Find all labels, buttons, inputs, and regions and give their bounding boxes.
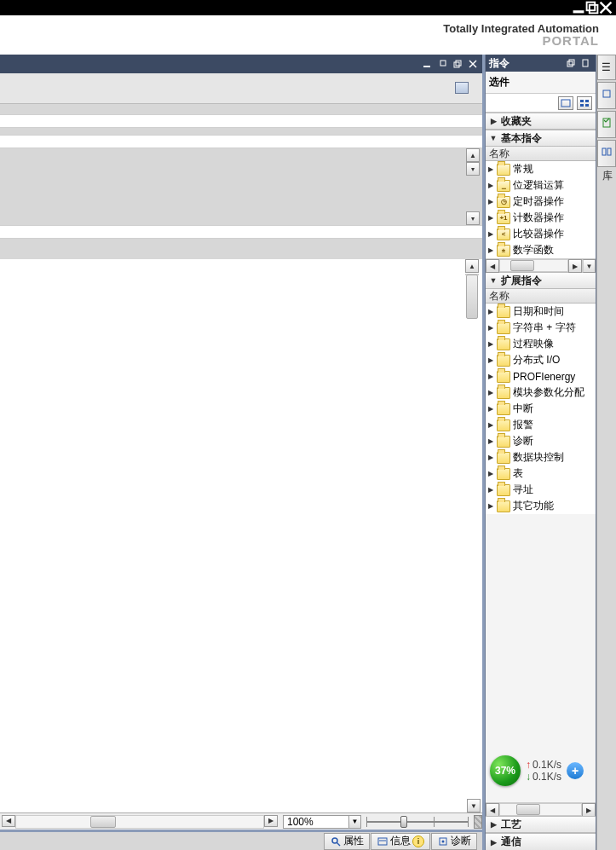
scroll-up-button[interactable]: ▲ — [466, 148, 480, 162]
tree-item[interactable]: ▶PROFIenergy — [486, 368, 596, 385]
vscroll-up-button[interactable]: ▲ — [465, 259, 479, 273]
expand-arrow-icon: ▶ — [487, 198, 494, 205]
tree-item[interactable]: ▶表 — [486, 465, 596, 482]
hscroll-left-button[interactable]: ◀ — [486, 259, 499, 273]
section-favorites-header[interactable]: ▶ 收藏夹 — [486, 113, 596, 130]
network-expand-button[interactable]: + — [567, 762, 584, 779]
editor-close-button[interactable] — [465, 57, 481, 71]
hscroll-left-button[interactable]: ◀ — [2, 815, 15, 827]
list-icon: ☰ — [600, 61, 612, 73]
resize-grip[interactable] — [474, 815, 482, 829]
tab-diagnostics[interactable]: 诊断 — [431, 833, 477, 850]
tree-item[interactable]: ▶数据块控制 — [486, 449, 596, 465]
editor-row[interactable] — [0, 225, 482, 239]
section-technology-header[interactable]: ▶ 工艺 — [486, 816, 596, 833]
info-icon — [377, 836, 389, 847]
editor-row[interactable] — [0, 135, 482, 148]
tree-item[interactable]: ▶定时器操作 — [486, 194, 596, 210]
network-percent-label: 37% — [495, 765, 515, 777]
chevron-down-icon: ▼ — [489, 134, 498, 142]
editor-row[interactable] — [0, 114, 482, 128]
tree-item[interactable]: ▶字符串 + 字符 — [486, 320, 596, 336]
svg-rect-0 — [573, 10, 584, 13]
column-header-name: 名称 — [486, 147, 596, 161]
folder-icon — [497, 387, 510, 399]
tree-item[interactable]: ▶模块参数化分配 — [486, 385, 596, 401]
editor-canvas[interactable]: ▲ ▼ — [0, 259, 482, 812]
pane-collapse-button[interactable] — [580, 57, 592, 69]
scroll-menu-button[interactable]: ▾ — [466, 211, 480, 225]
tree-item[interactable]: ▶其它功能 — [486, 498, 596, 514]
view-list-button[interactable] — [558, 96, 573, 110]
svg-rect-27 — [602, 148, 606, 155]
window-minimize-button[interactable] — [572, 2, 585, 14]
scroll-menu-button[interactable]: ▾ — [466, 162, 480, 176]
tree-item[interactable]: ▶比较器操作 — [486, 226, 596, 242]
window-restore-button[interactable] — [585, 2, 599, 14]
zoom-dropdown-button[interactable]: ▼ — [349, 815, 361, 829]
editor-minimize-button[interactable] — [419, 57, 435, 71]
expand-arrow-icon: ▶ — [487, 340, 494, 348]
chevron-right-icon: ▶ — [489, 820, 498, 829]
vtab-instructions[interactable]: ☰ — [597, 55, 616, 80]
vertical-tab-rail: ☰ 测试 任务 库 — [596, 55, 616, 850]
section-communication-header[interactable]: ▶ 通信 — [486, 833, 596, 850]
basic-tree: ▶常规▶位逻辑运算▶定时器操作▶计数器操作▶比较器操作▶数学函数 ◀ ▶ ▼ — [486, 161, 596, 272]
tree-item[interactable]: ▶常规 — [486, 161, 596, 177]
tree-item-label: 过程映像 — [513, 337, 554, 351]
editor-restore-button[interactable] — [450, 57, 465, 71]
tree-item[interactable]: ▶日期和时间 — [486, 304, 596, 320]
hscroll-thumb[interactable] — [516, 804, 540, 815]
window-close-button[interactable] — [599, 2, 613, 14]
svg-rect-8 — [456, 61, 461, 66]
tab-properties[interactable]: 属性 — [324, 833, 370, 850]
tree-item[interactable]: ▶报警 — [486, 417, 596, 433]
hscroll-thumb[interactable] — [90, 816, 116, 828]
svg-rect-24 — [585, 104, 589, 107]
pane-float-button[interactable] — [565, 57, 577, 69]
tree-item[interactable]: ▶分布式 I/O — [486, 352, 596, 368]
vscroll-track[interactable] — [465, 274, 479, 275]
hscroll-right-button[interactable]: ▶ — [264, 815, 278, 827]
network-percent-circle[interactable]: 37% — [490, 755, 521, 786]
vtab-libraries[interactable]: 库 — [597, 140, 616, 167]
tree-item[interactable]: ▶计数器操作 — [486, 210, 596, 226]
section-extended-header[interactable]: ▼ 扩展指令 — [486, 272, 596, 289]
hscroll-right-button[interactable]: ▶ — [568, 259, 582, 273]
view-details-button[interactable] — [577, 96, 592, 110]
vtab-testing[interactable]: 测试 — [597, 82, 616, 109]
tree-item-label: 寻址 — [513, 483, 533, 497]
tab-info[interactable]: 信息 i — [371, 833, 430, 850]
expand-arrow-icon: ▶ — [487, 405, 494, 413]
zoom-slider[interactable] — [366, 815, 469, 829]
editor-header-band — [0, 104, 482, 114]
editor-float-button[interactable] — [435, 57, 450, 71]
vscroll-thumb[interactable] — [466, 275, 478, 319]
pane-bottom-hscroll[interactable]: ◀ ▶ — [486, 802, 596, 816]
tree-item[interactable]: ▶数学函数 — [486, 242, 596, 258]
section-favorites-label: 收藏夹 — [501, 114, 532, 129]
svg-rect-2 — [590, 5, 598, 14]
vscroll-down-button[interactable]: ▼ — [582, 259, 596, 273]
hscroll-track[interactable] — [15, 815, 264, 829]
svg-rect-28 — [607, 148, 611, 155]
tree-item[interactable]: ▶诊断 — [486, 433, 596, 449]
vscroll-down-button[interactable]: ▼ — [467, 799, 481, 812]
basic-tree-hscroll[interactable]: ◀ ▶ ▼ — [486, 258, 596, 272]
section-basic-header[interactable]: ▼ 基本指令 — [486, 130, 596, 147]
tree-item-label: 常规 — [513, 162, 533, 176]
tree-item[interactable]: ▶位逻辑运算 — [486, 177, 596, 194]
toolbar-overflow-button[interactable] — [455, 82, 469, 94]
tree-item[interactable]: ▶寻址 — [486, 482, 596, 498]
hscroll-left-button[interactable]: ◀ — [486, 803, 499, 817]
hscroll-thumb[interactable] — [510, 260, 534, 271]
zoom-slider-knob[interactable] — [400, 816, 407, 828]
tree-item-label: 日期和时间 — [513, 304, 564, 319]
hscroll-right-button[interactable]: ▶ — [582, 803, 596, 817]
tree-item[interactable]: ▶中断 — [486, 401, 596, 417]
vtab-tasks[interactable]: 任务 — [597, 111, 616, 138]
folder-icon — [497, 500, 510, 512]
tree-item[interactable]: ▶过程映像 — [486, 336, 596, 352]
properties-icon — [330, 836, 342, 847]
zoom-percent-field[interactable]: 100% — [283, 815, 349, 829]
